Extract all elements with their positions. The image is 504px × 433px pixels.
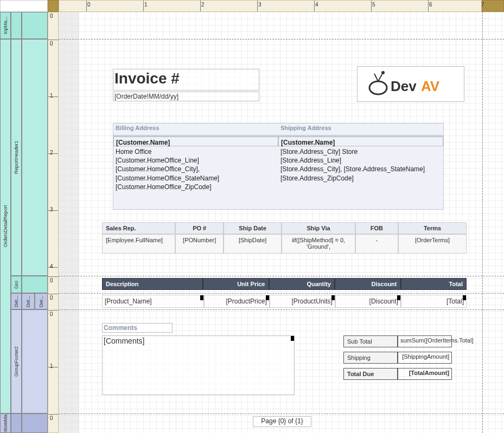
svg-text:AV: AV (421, 78, 440, 94)
meta-value-terms[interactable]: [OrderTerms] (398, 234, 467, 254)
ruler-tick-label: 7 (481, 2, 484, 8)
databind-marker-icon (200, 295, 203, 300)
meta-value-shipvia[interactable]: iif([ShipMethod] = 0, 'Ground', (282, 234, 355, 254)
col-header-discount[interactable]: Discount (335, 278, 401, 290)
comments-label[interactable]: Comments (102, 323, 173, 333)
ruler-vtick-label: 0 (50, 13, 53, 19)
band-label-bottommargin-inner[interactable] (11, 413, 22, 433)
cell-total[interactable]: [Total] (401, 295, 467, 308)
band-label-topmargin[interactable]: topMa... (0, 12, 11, 39)
shipping-address-lines[interactable]: [Store.Address_City] Store [Store.Addres… (278, 146, 443, 206)
band-label-detail-compact-b[interactable]: Det... (35, 293, 48, 309)
ruler-tick-label: 0 (87, 2, 91, 8)
horizontal-ruler[interactable]: 0 1 2 3 4 5 6 7 (0, 0, 504, 12)
label-invoice-title[interactable]: Invoice # (113, 69, 259, 91)
band-labels-column-compact: Det... Det... (22, 12, 48, 433)
summary-row-subtotal[interactable]: Sub Total sumSum([OrderItems.Total] (343, 335, 452, 347)
band-detail-content[interactable]: [Product_Name] [ProductPrice] [ProductUn… (59, 293, 504, 309)
band-label-reportheader1-compact[interactable] (22, 39, 48, 276)
shipping-address-header: Shipping Address (278, 124, 443, 135)
ruler-vtick-label: 1 (50, 93, 53, 99)
meta-header-shipdate[interactable]: Ship Date (224, 222, 282, 234)
ruler-vtick-label: 0 (50, 41, 53, 47)
summary-label-shipping: Shipping (343, 352, 398, 364)
meta-value-fob[interactable]: - (355, 234, 398, 254)
band-label-reportheader1[interactable]: ReportHeader1 (11, 39, 22, 276)
ruler-tick-label: 2 (201, 2, 205, 8)
band-bottommargin-content[interactable]: Page {0} of {1} (59, 413, 504, 433)
ruler-tick-label: 3 (258, 2, 261, 8)
col-header-quantity[interactable]: Quantity (269, 278, 335, 290)
band-label-bottommargin-compact[interactable] (22, 413, 48, 433)
meta-value-salesrep[interactable]: [Employee.FullName] (102, 234, 175, 254)
band-label-topmargin-compact[interactable] (22, 12, 48, 39)
summary-value-shipping[interactable]: [ShippingAmount] (398, 352, 452, 364)
ruler-margin-block[interactable] (48, 0, 59, 12)
meta-value-shipdate[interactable]: [ShipDate] (224, 234, 282, 254)
cell-product-name[interactable]: [Product_Name] (102, 295, 204, 308)
summary-row-shipping[interactable]: Shipping [ShippingAmount] (343, 352, 452, 364)
ruler-overflow (482, 0, 504, 12)
logo-image[interactable]: Dev AV (357, 66, 464, 102)
design-surface[interactable]: Invoice # [OrderDate!MM/dd/yy] Dev AV Bi… (59, 12, 504, 433)
page-info-label[interactable]: Page {0} of {1} (253, 416, 311, 427)
col-header-unitprice[interactable]: Unit Price (203, 278, 269, 290)
meta-value-po[interactable]: [PONumber] (175, 234, 224, 254)
band-reportheader-content[interactable]: Invoice # [OrderDate!MM/dd/yy] Dev AV Bi… (59, 39, 504, 276)
cell-product-units[interactable]: [ProductUnits] (270, 295, 335, 308)
label-order-date[interactable]: [OrderDate!MM/dd/yy] (113, 92, 259, 101)
billing-customer-name[interactable]: [Customer.Name] (113, 137, 278, 146)
ruler-tick-label: 6 (429, 2, 432, 8)
meta-table[interactable]: Sales Rep. PO # Ship Date Ship Via FOB T… (102, 222, 467, 254)
meta-header-terms[interactable]: Terms (398, 222, 467, 234)
band-label-groupfooter2-compact[interactable] (22, 309, 48, 413)
band-groupfooter2-content[interactable]: Comments [Comments] Sub Total sumSum([Or… (59, 309, 504, 413)
ruler-vtick-label: 3 (50, 206, 53, 212)
ruler-scale-horizontal[interactable]: 0 1 2 3 4 5 6 7 (59, 0, 482, 12)
band-label-topmargin-inner[interactable] (11, 12, 22, 39)
summary-value-total[interactable]: [TotalAmount] (398, 368, 452, 380)
ruler-tick-label: 5 (372, 2, 375, 8)
band-topmargin-content[interactable] (59, 12, 504, 39)
summary-label-total: Total Due (343, 368, 398, 380)
summary-value-subtotal[interactable]: sumSum([OrderItems.Total] (398, 335, 452, 347)
band-label-detail-compact-a[interactable]: Det... (22, 293, 35, 309)
databind-marker-icon (397, 295, 400, 300)
meta-header-fob[interactable]: FOB (355, 222, 398, 234)
band-labels-column-inner: ReportHeader1 Gro Det... GroupFooter2 (11, 12, 22, 433)
ruler-vtick-label: 0 (50, 311, 53, 317)
band-label-bottommargin[interactable]: bottomMa... (0, 413, 11, 433)
meta-header-salesrep[interactable]: Sales Rep. (102, 222, 175, 234)
band-label-groupheader[interactable]: Gro (11, 276, 22, 293)
ruler-vtick-label: 4 (50, 263, 53, 269)
cell-discount[interactable]: [Discount] (335, 295, 401, 308)
cell-product-price[interactable]: [ProductPrice] (204, 295, 270, 308)
ruler-vtick-label: 2 (50, 150, 53, 156)
billing-address-lines[interactable]: Home Office [Customer.HomeOffice_Line] [… (113, 146, 278, 206)
databind-marker-icon (331, 295, 335, 300)
billing-address-header: Billing Address (113, 124, 278, 135)
band-label-detail[interactable]: Det... (11, 293, 22, 309)
svg-point-3 (381, 71, 385, 74)
band-groupheader-content[interactable]: Description Unit Price Quantity Discount… (59, 276, 504, 293)
ruler-vtick-label: 0 (50, 415, 53, 421)
col-header-description[interactable]: Description (102, 278, 203, 290)
address-panel[interactable]: Billing Address Shipping Address [Custom… (113, 123, 444, 210)
ruler-vtick-label: 1 (50, 363, 53, 369)
meta-header-shipvia[interactable]: Ship Via (282, 222, 355, 234)
vertical-ruler[interactable]: 0 0 1 2 3 4 0 0 0 1 0 (48, 12, 59, 433)
band-label-groupheader-compact[interactable] (22, 276, 48, 293)
ruler-tick-label: 1 (144, 2, 148, 8)
databind-marker-icon (266, 295, 269, 300)
summary-row-total[interactable]: Total Due [TotalAmount] (343, 368, 452, 380)
summary-label-subtotal: Sub Total (343, 335, 398, 347)
databind-marker-icon (291, 336, 294, 341)
band-label-orders-detail-report[interactable]: OrdersDetailReport (0, 39, 11, 413)
meta-header-po[interactable]: PO # (175, 222, 224, 234)
comments-value[interactable]: [Comments] (102, 335, 295, 395)
databind-marker-icon (463, 295, 466, 300)
band-label-groupfooter2[interactable]: GroupFooter2 (11, 309, 22, 413)
shipping-customer-name[interactable]: [Customer.Name] (278, 137, 443, 146)
col-header-total[interactable]: Total (401, 278, 467, 290)
svg-line-1 (374, 74, 378, 81)
